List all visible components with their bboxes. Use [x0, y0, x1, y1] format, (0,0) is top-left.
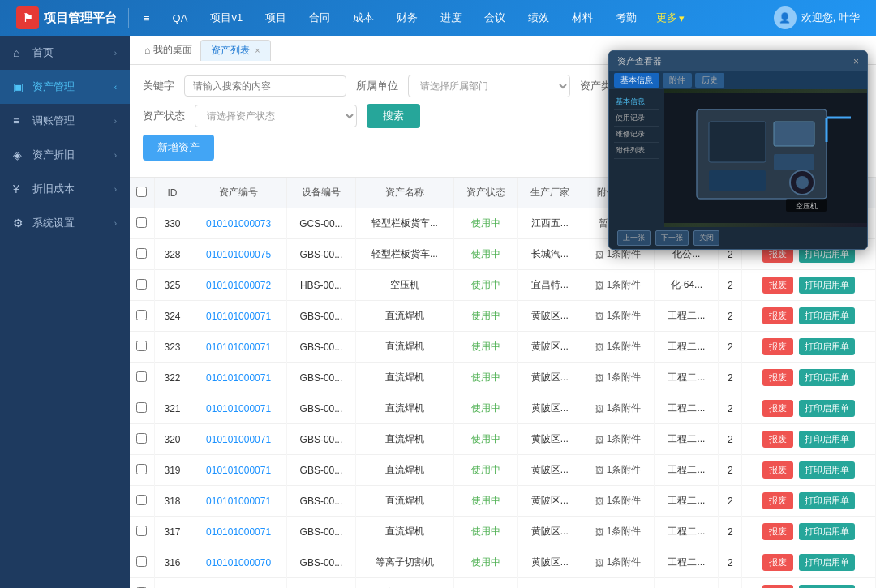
row-checkbox[interactable]	[136, 464, 147, 474]
row-checkbox-cell[interactable]	[130, 424, 154, 455]
unit-select[interactable]: 请选择所属部门	[408, 75, 570, 97]
print-button[interactable]: 打印启用单	[799, 554, 855, 571]
discard-button[interactable]: 报废	[762, 369, 793, 386]
discard-button[interactable]: 报废	[762, 461, 793, 479]
cell-attach[interactable]: 🖼 1条附件	[582, 424, 655, 455]
row-checkbox-cell[interactable]	[130, 301, 154, 332]
cell-attach[interactable]: 🖼 1条附件	[582, 363, 655, 393]
print-button[interactable]: 打印启用单	[799, 585, 855, 588]
nav-item-cost[interactable]: 成本	[341, 6, 385, 30]
discard-button[interactable]: 报废	[762, 338, 793, 355]
row-checkbox[interactable]	[136, 556, 147, 567]
sidebar-item-system-settings[interactable]: ⚙ 系统设置 ›	[0, 206, 130, 240]
nav-item-menu[interactable]: ≡	[132, 7, 161, 29]
row-checkbox[interactable]	[136, 526, 147, 536]
discard-button[interactable]: 报废	[762, 431, 793, 448]
row-checkbox[interactable]	[136, 217, 147, 228]
print-button[interactable]: 打印启用单	[799, 492, 855, 509]
cell-asset-no[interactable]: 010101000071	[191, 455, 286, 486]
nav-item-progress[interactable]: 进度	[429, 6, 473, 30]
popup-close-button[interactable]: ×	[853, 56, 859, 67]
row-checkbox[interactable]	[136, 341, 147, 351]
popup-prev-btn[interactable]: 上一张	[617, 230, 651, 246]
row-checkbox[interactable]	[136, 495, 147, 505]
cell-attach[interactable]: 🖼 1条附件	[582, 455, 655, 486]
row-checkbox[interactable]	[136, 310, 147, 320]
cell-asset-no[interactable]: 010101000071	[191, 393, 286, 424]
discard-button[interactable]: 报废	[762, 492, 793, 509]
row-checkbox-cell[interactable]	[130, 578, 154, 589]
discard-button[interactable]: 报废	[762, 523, 793, 540]
sidebar-item-asset-management[interactable]: ▣ 资产管理 ‹	[0, 70, 130, 104]
row-checkbox-cell[interactable]	[130, 363, 154, 393]
nav-item-meeting[interactable]: 会议	[473, 6, 517, 30]
cell-attach[interactable]: 🖼 1条附件	[582, 486, 655, 517]
row-checkbox[interactable]	[136, 371, 147, 382]
cell-attach[interactable]: 🖼 1条附件	[582, 393, 655, 424]
nav-item-material[interactable]: 材料	[560, 6, 604, 30]
discard-button[interactable]: 报废	[762, 585, 793, 588]
discard-button[interactable]: 报废	[762, 400, 793, 417]
nav-item-project[interactable]: 项目	[254, 6, 298, 30]
row-checkbox-cell[interactable]	[130, 270, 154, 301]
nav-item-qa[interactable]: QA	[161, 7, 200, 29]
cell-asset-no[interactable]: 010101000071	[191, 517, 286, 547]
sidebar-item-home[interactable]: ⌂ 首页 ›	[0, 36, 130, 70]
sidebar-item-account-management[interactable]: ≡ 调账管理 ›	[0, 104, 130, 138]
cell-attach[interactable]: 🖼 1条附件	[582, 332, 655, 363]
discard-button[interactable]: 报废	[762, 554, 793, 571]
cell-attach[interactable]: 🖼 1条附件	[582, 578, 655, 589]
nav-item-project-v1[interactable]: 项目v1	[199, 6, 254, 30]
cell-asset-no[interactable]: 010101000071	[191, 301, 286, 332]
popup-sidebar-repair[interactable]: 维修记录	[614, 127, 659, 143]
popup-close-footer-btn[interactable]: 关闭	[694, 230, 719, 246]
print-button[interactable]: 打印启用单	[799, 338, 855, 355]
print-button[interactable]: 打印启用单	[799, 277, 855, 294]
print-button[interactable]: 打印启用单	[799, 523, 855, 540]
add-asset-button[interactable]: 新增资产	[143, 135, 214, 161]
cell-attach[interactable]: 🖼 1条附件	[582, 301, 655, 332]
cell-attach[interactable]: 🖼 1条附件	[582, 517, 655, 547]
sidebar-item-depreciation-cost[interactable]: ¥ 折旧成本 ›	[0, 172, 130, 206]
print-button[interactable]: 打印启用单	[799, 400, 855, 417]
breadcrumb-home[interactable]: ⌂ 我的桌面	[140, 43, 197, 57]
nav-item-attendance[interactable]: 考勤	[604, 6, 648, 30]
status-select[interactable]: 请选择资产状态	[195, 105, 357, 127]
discard-button[interactable]: 报废	[762, 307, 793, 324]
print-button[interactable]: 打印启用单	[799, 461, 855, 479]
header-checkbox[interactable]	[130, 178, 154, 208]
popup-tab-basic[interactable]: 基本信息	[614, 73, 659, 88]
cell-asset-no[interactable]: 010101000070	[191, 578, 286, 589]
cell-asset-no[interactable]: 010101000071	[191, 332, 286, 363]
tab-asset-list[interactable]: 资产列表 ×	[200, 40, 270, 61]
nav-item-performance[interactable]: 绩效	[517, 6, 560, 30]
nav-item-contract[interactable]: 合同	[298, 6, 341, 30]
popup-sidebar-usage[interactable]: 使用记录	[614, 110, 659, 127]
row-checkbox-cell[interactable]	[130, 547, 154, 578]
sidebar-item-asset-depreciation[interactable]: ◈ 资产折旧 ›	[0, 138, 130, 172]
cell-asset-no[interactable]: 010101000072	[191, 270, 286, 301]
print-button[interactable]: 打印启用单	[799, 431, 855, 448]
cell-attach[interactable]: 🖼 1条附件	[582, 547, 655, 578]
row-checkbox[interactable]	[136, 402, 147, 413]
popup-next-btn[interactable]: 下一张	[655, 230, 689, 246]
search-button[interactable]: 搜索	[367, 104, 420, 128]
row-checkbox[interactable]	[136, 248, 147, 259]
cell-asset-no[interactable]: 010101000071	[191, 424, 286, 455]
popup-sidebar-files[interactable]: 附件列表	[614, 143, 659, 159]
row-checkbox-cell[interactable]	[130, 332, 154, 363]
discard-button[interactable]: 报废	[762, 277, 793, 294]
popup-tab-attach[interactable]: 附件	[663, 73, 692, 88]
keyword-input[interactable]	[184, 75, 346, 97]
popup-sidebar-basic[interactable]: 基本信息	[614, 94, 659, 110]
row-checkbox[interactable]	[136, 433, 147, 444]
row-checkbox-cell[interactable]	[130, 517, 154, 547]
row-checkbox-cell[interactable]	[130, 393, 154, 424]
row-checkbox[interactable]	[136, 279, 147, 290]
close-icon[interactable]: ×	[255, 45, 260, 55]
nav-item-finance[interactable]: 财务	[385, 6, 429, 30]
print-button[interactable]: 打印启用单	[799, 369, 855, 386]
select-all-checkbox[interactable]	[136, 187, 147, 197]
row-checkbox-cell[interactable]	[130, 239, 154, 270]
row-checkbox-cell[interactable]	[130, 486, 154, 517]
